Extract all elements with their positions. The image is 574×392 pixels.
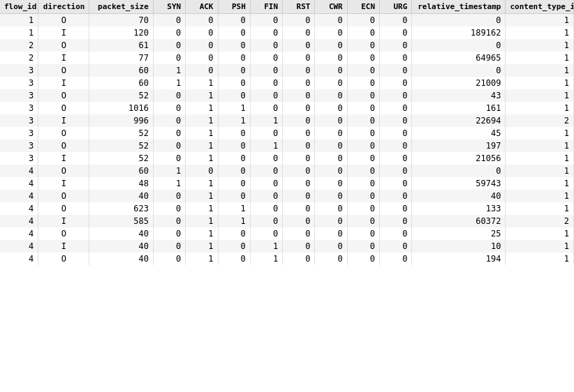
cell-content_type_id: 1 [506, 240, 574, 252]
column-header-psh: PSH [218, 0, 250, 14]
cell-content_type_id: 1 [506, 165, 574, 177]
cell-urg: 0 [380, 77, 412, 89]
cell-urg: 0 [380, 102, 412, 114]
cell-packet_size: 52 [89, 127, 153, 140]
cell-urg: 0 [380, 27, 412, 39]
cell-direction: O [38, 89, 89, 102]
column-header-syn: SYN [153, 0, 185, 14]
cell-fin: 1 [250, 114, 282, 127]
cell-psh: 0 [218, 89, 250, 102]
cell-content_type_id: 2 [506, 114, 574, 127]
cell-flow_id: 4 [0, 227, 38, 240]
cell-flow_id: 4 [0, 215, 38, 227]
table-row: 1I120000000001891621 [0, 27, 574, 39]
cell-rst: 0 [283, 140, 315, 152]
cell-rst: 0 [283, 102, 315, 114]
cell-psh: 0 [218, 140, 250, 152]
cell-relative_timestamp: 21056 [412, 152, 506, 165]
cell-packet_size: 60 [89, 165, 153, 177]
cell-packet_size: 77 [89, 52, 153, 64]
table-row: 3I6011000000210091 [0, 77, 574, 89]
cell-psh: 0 [218, 52, 250, 64]
table-row: 4O40010100001941 [0, 252, 574, 265]
cell-direction: O [38, 165, 89, 177]
cell-psh: 0 [218, 152, 250, 165]
table-row: 3I99601110000226942 [0, 114, 574, 127]
table-row: 1O700000000001 [0, 14, 574, 27]
cell-relative_timestamp: 0 [412, 64, 506, 77]
cell-ecn: 0 [347, 39, 379, 52]
table-row: 4O623011000001331 [0, 202, 574, 215]
cell-urg: 0 [380, 52, 412, 64]
cell-fin: 1 [250, 140, 282, 152]
cell-fin: 1 [250, 240, 282, 252]
cell-cwr: 0 [315, 14, 347, 27]
cell-cwr: 0 [315, 215, 347, 227]
cell-fin: 0 [250, 39, 282, 52]
table-row: 3O52010100001971 [0, 140, 574, 152]
cell-content_type_id: 1 [506, 77, 574, 89]
cell-ecn: 0 [347, 252, 379, 265]
cell-syn: 0 [153, 240, 185, 252]
cell-syn: 0 [153, 215, 185, 227]
cell-fin: 0 [250, 77, 282, 89]
cell-urg: 0 [380, 252, 412, 265]
cell-flow_id: 3 [0, 102, 38, 114]
cell-psh: 0 [218, 177, 250, 190]
cell-ecn: 0 [347, 127, 379, 140]
cell-ack: 1 [186, 89, 218, 102]
cell-packet_size: 60 [89, 64, 153, 77]
table-header-row: flow_iddirectionpacket_sizeSYNACKPSHFINR… [0, 0, 574, 14]
cell-direction: I [38, 114, 89, 127]
cell-cwr: 0 [315, 102, 347, 114]
cell-psh: 0 [218, 39, 250, 52]
cell-rst: 0 [283, 252, 315, 265]
cell-relative_timestamp: 45 [412, 127, 506, 140]
cell-rst: 0 [283, 39, 315, 52]
cell-ecn: 0 [347, 152, 379, 165]
column-header-content_type_id: content_type_id [506, 0, 574, 14]
cell-fin: 0 [250, 27, 282, 39]
cell-ecn: 0 [347, 190, 379, 202]
cell-ecn: 0 [347, 227, 379, 240]
cell-direction: I [38, 177, 89, 190]
cell-flow_id: 4 [0, 177, 38, 190]
cell-packet_size: 40 [89, 227, 153, 240]
cell-syn: 0 [153, 114, 185, 127]
cell-ack: 1 [186, 140, 218, 152]
cell-ack: 1 [186, 240, 218, 252]
cell-content_type_id: 1 [506, 140, 574, 152]
cell-rst: 0 [283, 190, 315, 202]
cell-urg: 0 [380, 152, 412, 165]
cell-relative_timestamp: 197 [412, 140, 506, 152]
cell-ack: 0 [186, 27, 218, 39]
cell-syn: 0 [153, 140, 185, 152]
cell-ecn: 0 [347, 14, 379, 27]
cell-ecn: 0 [347, 77, 379, 89]
cell-content_type_id: 1 [506, 227, 574, 240]
cell-direction: I [38, 77, 89, 89]
cell-content_type_id: 1 [506, 190, 574, 202]
network-flow-table: flow_iddirectionpacket_sizeSYNACKPSHFINR… [0, 0, 574, 265]
cell-fin: 0 [250, 14, 282, 27]
cell-ack: 1 [186, 77, 218, 89]
cell-cwr: 0 [315, 114, 347, 127]
cell-flow_id: 3 [0, 64, 38, 77]
cell-cwr: 0 [315, 27, 347, 39]
table-row: 3O1016011000001611 [0, 102, 574, 114]
cell-urg: 0 [380, 202, 412, 215]
cell-ecn: 0 [347, 177, 379, 190]
cell-urg: 0 [380, 190, 412, 202]
cell-cwr: 0 [315, 52, 347, 64]
cell-ack: 0 [186, 52, 218, 64]
cell-fin: 0 [250, 215, 282, 227]
cell-flow_id: 3 [0, 77, 38, 89]
cell-ack: 1 [186, 102, 218, 114]
cell-ecn: 0 [347, 52, 379, 64]
cell-direction: O [38, 14, 89, 27]
cell-packet_size: 70 [89, 14, 153, 27]
cell-rst: 0 [283, 114, 315, 127]
column-header-ecn: ECN [347, 0, 379, 14]
cell-rst: 0 [283, 52, 315, 64]
column-header-urg: URG [380, 0, 412, 14]
